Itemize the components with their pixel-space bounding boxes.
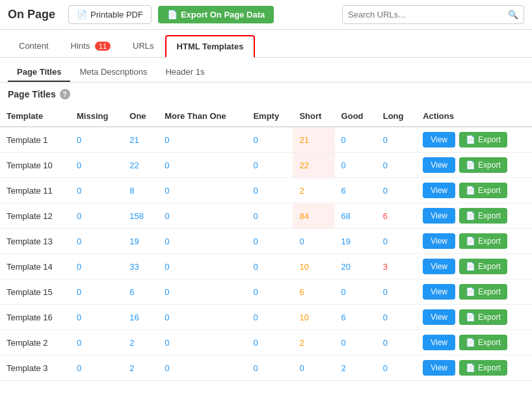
cell-more: 0 bbox=[158, 203, 246, 229]
cell-one: 19 bbox=[123, 229, 158, 254]
actions-group: View 📄 Export bbox=[423, 259, 525, 274]
cell-actions: View 📄 Export bbox=[416, 330, 532, 355]
export-button[interactable]: 📄 Export bbox=[459, 208, 507, 224]
cell-long: 0 bbox=[377, 305, 417, 330]
cell-missing: 0 bbox=[70, 229, 123, 254]
sub-tab-page-titles[interactable]: Page Titles bbox=[8, 63, 70, 82]
data-table: Template Missing One More Than One Empty… bbox=[0, 106, 532, 381]
cell-template: Template 13 bbox=[0, 229, 70, 254]
view-button[interactable]: View bbox=[423, 183, 455, 198]
cell-actions: View 📄 Export bbox=[416, 203, 532, 229]
table-header: Template Missing One More Than One Empty… bbox=[0, 106, 532, 127]
sub-tabs: Page Titles Meta Descriptions Header 1s bbox=[0, 58, 532, 83]
cell-one: 2 bbox=[123, 330, 158, 355]
cell-long: 6 bbox=[377, 203, 417, 229]
page-title: On Page bbox=[8, 8, 55, 21]
table-row: Template 3 0 2 0 0 0 2 0 View 📄 Export bbox=[0, 355, 532, 381]
cell-long: 0 bbox=[377, 178, 417, 203]
export-button[interactable]: 📄 Export bbox=[459, 360, 507, 376]
cell-long: 0 bbox=[377, 355, 417, 381]
col-good: Good bbox=[335, 106, 377, 127]
tab-hints[interactable]: Hints 11 bbox=[60, 35, 122, 57]
printable-pdf-button[interactable]: 📄 Printable PDF bbox=[68, 5, 152, 24]
cell-short: 10 bbox=[293, 254, 334, 279]
cell-template: Template 10 bbox=[0, 153, 70, 178]
sub-tab-header-1s[interactable]: Header 1s bbox=[156, 63, 213, 82]
view-button[interactable]: View bbox=[423, 208, 455, 224]
view-button[interactable]: View bbox=[423, 157, 455, 173]
search-input[interactable] bbox=[343, 6, 503, 23]
cell-missing: 0 bbox=[70, 355, 123, 381]
export-row-icon: 📄 bbox=[466, 135, 475, 144]
view-button[interactable]: View bbox=[423, 309, 455, 325]
search-box: 🔍 bbox=[342, 5, 524, 24]
export-button[interactable]: 📄 Export bbox=[459, 284, 507, 300]
export-button[interactable]: 📄 Export bbox=[459, 132, 507, 148]
table-body: Template 1 0 21 0 0 21 0 0 View 📄 Export… bbox=[0, 127, 532, 381]
cell-good: 6 bbox=[335, 305, 377, 330]
cell-template: Template 2 bbox=[0, 330, 70, 355]
col-empty: Empty bbox=[246, 106, 293, 127]
cell-more: 0 bbox=[158, 254, 246, 279]
actions-group: View 📄 Export bbox=[423, 208, 525, 224]
export-button[interactable]: 📄 Export bbox=[459, 157, 507, 173]
cell-actions: View 📄 Export bbox=[416, 127, 532, 153]
cell-missing: 0 bbox=[70, 254, 123, 279]
view-button[interactable]: View bbox=[423, 284, 455, 300]
cell-missing: 0 bbox=[70, 153, 123, 178]
view-button[interactable]: View bbox=[423, 259, 455, 274]
cell-missing: 0 bbox=[70, 330, 123, 355]
cell-long: 3 bbox=[377, 254, 417, 279]
cell-empty: 0 bbox=[246, 254, 293, 279]
export-button[interactable]: 📄 Export bbox=[459, 233, 507, 249]
section-header: Page Titles ? bbox=[0, 83, 532, 106]
export-button[interactable]: 📄 Export bbox=[459, 259, 507, 274]
view-button[interactable]: View bbox=[423, 360, 455, 376]
export-button[interactable]: 📄 Export bbox=[459, 309, 507, 325]
cell-short: 0 bbox=[293, 229, 334, 254]
col-more-than-one: More Than One bbox=[158, 106, 246, 127]
cell-actions: View 📄 Export bbox=[416, 305, 532, 330]
export-on-page-data-button[interactable]: 📄 Export On Page Data bbox=[158, 6, 274, 23]
cell-actions: View 📄 Export bbox=[416, 279, 532, 305]
cell-good: 6 bbox=[335, 178, 377, 203]
view-button[interactable]: View bbox=[423, 335, 455, 350]
cell-missing: 0 bbox=[70, 178, 123, 203]
cell-empty: 0 bbox=[246, 229, 293, 254]
actions-group: View 📄 Export bbox=[423, 309, 525, 325]
help-icon[interactable]: ? bbox=[60, 89, 70, 99]
tab-html-templates[interactable]: HTML Templates bbox=[165, 35, 256, 58]
search-icon: 🔍 bbox=[503, 6, 524, 23]
cell-short: 10 bbox=[293, 305, 334, 330]
cell-good: 0 bbox=[335, 330, 377, 355]
cell-missing: 0 bbox=[70, 127, 123, 153]
sub-tab-meta-descriptions[interactable]: Meta Descriptions bbox=[70, 63, 156, 82]
table-row: Template 14 0 33 0 0 10 20 3 View 📄 Expo… bbox=[0, 254, 532, 279]
cell-actions: View 📄 Export bbox=[416, 229, 532, 254]
export-row-icon: 📄 bbox=[466, 211, 475, 220]
cell-long: 0 bbox=[377, 330, 417, 355]
cell-empty: 0 bbox=[246, 127, 293, 153]
cell-actions: View 📄 Export bbox=[416, 153, 532, 178]
cell-missing: 0 bbox=[70, 305, 123, 330]
table-row: Template 10 0 22 0 0 22 0 0 View 📄 Expor… bbox=[0, 153, 532, 178]
cell-missing: 0 bbox=[70, 279, 123, 305]
export-row-icon: 📄 bbox=[466, 186, 475, 195]
col-long: Long bbox=[377, 106, 417, 127]
nav-tabs: Content Hints 11 URLs HTML Templates bbox=[0, 30, 532, 58]
cell-more: 0 bbox=[158, 279, 246, 305]
tab-urls[interactable]: URLs bbox=[122, 35, 165, 57]
cell-more: 0 bbox=[158, 305, 246, 330]
view-button[interactable]: View bbox=[423, 132, 455, 148]
cell-one: 6 bbox=[123, 279, 158, 305]
actions-group: View 📄 Export bbox=[423, 183, 525, 198]
table-row: Template 15 0 6 0 0 6 0 0 View 📄 Export bbox=[0, 279, 532, 305]
page-header: On Page 📄 Printable PDF 📄 Export On Page… bbox=[0, 0, 532, 30]
cell-template: Template 16 bbox=[0, 305, 70, 330]
view-button[interactable]: View bbox=[423, 233, 455, 249]
export-button[interactable]: 📄 Export bbox=[459, 183, 507, 198]
cell-one: 158 bbox=[123, 203, 158, 229]
actions-group: View 📄 Export bbox=[423, 132, 525, 148]
export-button[interactable]: 📄 Export bbox=[459, 335, 507, 350]
tab-content[interactable]: Content bbox=[8, 35, 60, 57]
